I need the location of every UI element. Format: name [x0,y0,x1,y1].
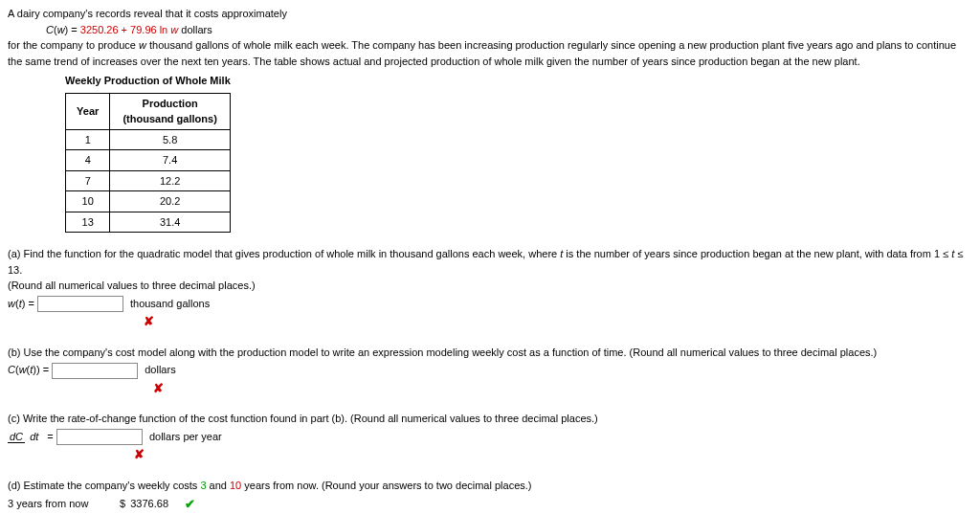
part-b-unit: dollars [145,364,175,375]
answer-3-years: 3376.68 [130,496,178,512]
production-table: Weekly Production of Whole Milk Year Pro… [65,73,231,233]
cost-formula: C(w) = 3250.26 + 79.96 ln w dollars [46,22,972,38]
part-d: (d) Estimate the company's weekly costs … [8,478,972,494]
intro-line1: A dairy company's records reveal that it… [8,6,972,22]
part-b-input[interactable] [52,363,138,379]
part-c-input[interactable] [56,429,143,445]
part-b: (b) Use the company's cost model along w… [8,345,972,361]
part-a: (a) Find the function for the quadratic … [8,246,972,294]
table-row: 712.2 [66,170,231,191]
part-c: (c) Write the rate-of-change function of… [8,411,972,427]
wrong-icon: ✘ [144,314,154,328]
dC-dt-fraction: dC dt [8,432,40,442]
col-production: Production (thousand gallons) [110,93,230,129]
part-c-unit: dollars per year [149,431,222,442]
table-row: 1020.2 [66,191,231,212]
check-icon: ✔ [185,497,195,511]
part-a-input[interactable] [37,296,123,312]
col-year: Year [66,93,110,129]
table-row: 15.8 [66,129,231,150]
wrong-icon: ✘ [153,381,164,395]
table-caption: Weekly Production of Whole Milk [65,73,231,93]
part-a-unit: thousand gallons [130,298,210,309]
label-3-years: 3 years from now [8,496,113,512]
wrong-icon: ✘ [134,447,145,461]
table-row: 47.4 [66,150,231,171]
intro-line2: for the company to produce w thousand ga… [8,37,972,69]
table-row: 1331.4 [66,212,231,233]
